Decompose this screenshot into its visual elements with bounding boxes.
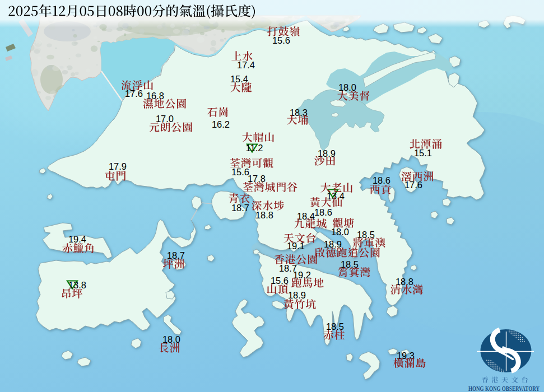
svg-text:17.4: 17.4 — [237, 60, 255, 70]
svg-text:HONG KONG OBSERVATORY: HONG KONG OBSERVATORY — [468, 384, 540, 392]
svg-text:18.7: 18.7 — [231, 203, 249, 213]
svg-text:15.6: 15.6 — [272, 35, 290, 45]
svg-text:18.9: 18.9 — [324, 239, 342, 249]
svg-text:15.6: 15.6 — [271, 276, 289, 286]
svg-text:16.8: 16.8 — [146, 91, 164, 101]
svg-text:18.5: 18.5 — [326, 321, 344, 332]
svg-text:17.9: 17.9 — [109, 161, 127, 171]
svg-text:19.4: 19.4 — [68, 234, 86, 244]
svg-text:13.8: 13.8 — [68, 280, 86, 290]
svg-text:11.2: 11.2 — [246, 143, 263, 153]
svg-text:18.8: 18.8 — [255, 210, 273, 220]
svg-text:18.6: 18.6 — [373, 175, 390, 185]
svg-text:18.7: 18.7 — [167, 250, 185, 260]
svg-text:18.9: 18.9 — [288, 290, 306, 300]
svg-text:15.6: 15.6 — [231, 167, 249, 177]
svg-text:18.8: 18.8 — [396, 277, 413, 287]
svg-text:17.8: 17.8 — [248, 174, 266, 184]
svg-text:17.0: 17.0 — [156, 114, 174, 124]
svg-text:16.2: 16.2 — [212, 119, 230, 129]
svg-text:19.2: 19.2 — [293, 270, 311, 280]
svg-text:18.4: 18.4 — [297, 211, 315, 221]
svg-text:18.0: 18.0 — [331, 227, 349, 237]
svg-text:15.4: 15.4 — [230, 74, 248, 84]
svg-text:18.6: 18.6 — [314, 207, 332, 217]
svg-text:15.1: 15.1 — [414, 148, 432, 158]
svg-text:18.0: 18.0 — [162, 334, 180, 344]
svg-text:18.0: 18.0 — [338, 82, 356, 92]
